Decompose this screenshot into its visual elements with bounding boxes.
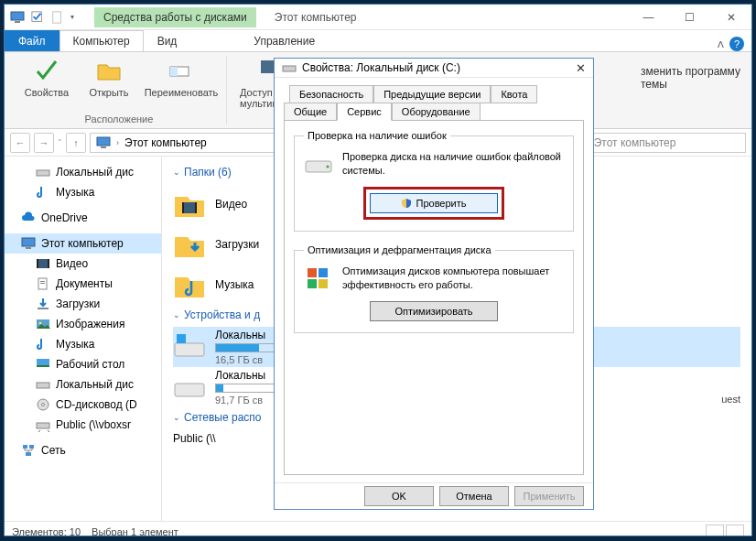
- tree-cd-drive[interactable]: CD-дисковод (D: [5, 395, 161, 415]
- svg-rect-29: [29, 445, 34, 449]
- right-panel-text: uest: [721, 394, 740, 405]
- tree-onedrive[interactable]: OneDrive: [5, 208, 161, 228]
- tree-local-disk2[interactable]: Локальный дис: [5, 374, 161, 395]
- svg-rect-3: [53, 11, 61, 22]
- explorer-window: ▾ Средства работы с дисками Этот компьют…: [4, 4, 752, 536]
- maximize-button[interactable]: ☐: [669, 5, 710, 30]
- svg-point-39: [327, 166, 329, 168]
- view-icons-button[interactable]: [726, 525, 744, 537]
- legend-error-check: Проверка на наличие ошибок: [304, 130, 450, 141]
- dialog-footer: OK Отмена Применить: [275, 482, 593, 509]
- nav-recent-dropdown[interactable]: ˅: [58, 138, 62, 147]
- qat-dropdown-icon[interactable]: ▾: [70, 13, 74, 21]
- close-button[interactable]: ✕: [710, 5, 751, 30]
- ribbon-collapse-icon[interactable]: ᐱ: [718, 39, 724, 49]
- ribbon-group-location: Свойства Открыть Переименовать Расположе…: [12, 56, 227, 124]
- tree-network[interactable]: Сеть: [5, 440, 161, 460]
- svg-rect-41: [319, 268, 328, 277]
- address-path[interactable]: Этот компьютер: [124, 136, 207, 149]
- title-bar: ▾ Средства работы с дисками Этот компьют…: [5, 5, 751, 30]
- ribbon-open[interactable]: Открыть: [81, 56, 136, 114]
- minimize-button[interactable]: —: [628, 5, 669, 30]
- tab-previous-versions[interactable]: Предыдущие версии: [373, 85, 491, 103]
- checkbox-icon[interactable]: [30, 10, 45, 25]
- svg-rect-27: [37, 423, 49, 428]
- optimize-button[interactable]: Оптимизировать: [370, 301, 498, 321]
- nav-forward-button[interactable]: →: [34, 133, 54, 153]
- apply-button[interactable]: Применить: [514, 486, 584, 506]
- ribbon-properties[interactable]: Свойства: [19, 56, 74, 114]
- view-details-button[interactable]: [706, 525, 724, 537]
- svg-rect-14: [37, 259, 38, 268]
- svg-rect-23: [37, 365, 49, 367]
- window-controls: — ☐ ✕: [628, 5, 751, 30]
- tree-images[interactable]: Изображения: [5, 314, 161, 334]
- tab-security[interactable]: Безопасность: [289, 85, 373, 103]
- tree-documents[interactable]: Документы: [5, 274, 161, 294]
- properties-dialog: Свойства: Локальный диск (C:) ✕ Безопасн…: [274, 58, 594, 510]
- svg-rect-40: [308, 268, 317, 277]
- svg-rect-12: [26, 247, 31, 249]
- nav-back-button[interactable]: ←: [10, 133, 30, 153]
- search-input[interactable]: : Этот компьютер: [581, 133, 746, 153]
- tree-music[interactable]: Музыка: [5, 182, 161, 202]
- download-arrow-icon: [36, 297, 50, 311]
- svg-rect-9: [101, 146, 106, 148]
- dialog-title-bar: Свойства: Локальный диск (C:) ✕: [275, 59, 593, 78]
- quick-access-toolbar: ▾: [5, 10, 80, 25]
- folder-music-icon: [173, 268, 206, 301]
- network-drive-icon: [36, 417, 50, 432]
- tab-view[interactable]: Вид: [144, 30, 191, 51]
- ribbon-right-partial: зменить программу темы: [641, 65, 740, 91]
- tab-service[interactable]: Сервис: [337, 103, 392, 121]
- monitor-icon: [96, 135, 111, 150]
- tree-public-share[interactable]: Public (\\vboxsr: [5, 415, 161, 435]
- drive-icon: [36, 165, 50, 179]
- tree-video[interactable]: Видео: [5, 254, 161, 274]
- drive-icon: [36, 377, 50, 392]
- desktop-icon: [36, 357, 50, 372]
- status-item-count: Элементов: 10: [12, 526, 81, 537]
- svg-rect-1: [15, 21, 20, 23]
- help-icon[interactable]: ?: [729, 37, 744, 51]
- disc-icon: [36, 397, 50, 412]
- tree-music2[interactable]: Музыка: [5, 334, 161, 354]
- tab-hardware[interactable]: Оборудование: [392, 103, 481, 121]
- breadcrumb-separator[interactable]: ›: [116, 138, 119, 147]
- tab-manage[interactable]: Управление: [240, 30, 329, 51]
- svg-rect-32: [182, 202, 184, 213]
- navigation-tree: Локальный дис Музыка OneDrive Этот компь…: [5, 157, 162, 521]
- tree-desktop[interactable]: Рабочий стол: [5, 354, 161, 374]
- folder-open-icon: [94, 56, 124, 85]
- svg-rect-10: [37, 170, 49, 176]
- ribbon-rename[interactable]: Переименовать: [144, 56, 219, 114]
- svg-rect-42: [308, 279, 317, 288]
- tree-local-disk[interactable]: Локальный дис: [5, 162, 161, 182]
- dialog-close-button[interactable]: ✕: [576, 61, 586, 75]
- drive-icon: [282, 60, 297, 75]
- nav-up-button[interactable]: ↑: [66, 133, 86, 153]
- tree-this-pc[interactable]: Этот компьютер: [5, 233, 161, 254]
- svg-rect-36: [175, 384, 204, 396]
- tab-quota[interactable]: Квота: [491, 85, 537, 103]
- cancel-button[interactable]: Отмена: [439, 486, 509, 506]
- svg-rect-33: [195, 202, 197, 213]
- ok-button[interactable]: OK: [364, 486, 434, 506]
- svg-rect-37: [283, 66, 296, 71]
- fieldset-defrag: Оптимизация и дефрагментация диска Оптим…: [294, 244, 574, 333]
- tab-computer[interactable]: Компьютер: [59, 30, 144, 51]
- tab-file[interactable]: Файл: [5, 30, 59, 51]
- video-icon: [36, 256, 50, 271]
- music-note-icon: [36, 185, 50, 200]
- blank-doc-icon[interactable]: [50, 10, 65, 25]
- cloud-icon: [21, 211, 36, 225]
- highlight-annotation: Проверить: [363, 187, 504, 220]
- tree-downloads[interactable]: Загрузки: [5, 294, 161, 314]
- dialog-title: Свойства: Локальный диск (C:): [302, 61, 460, 74]
- svg-rect-30: [26, 452, 31, 456]
- check-button[interactable]: Проверить: [370, 193, 498, 213]
- tab-general[interactable]: Общие: [284, 103, 337, 121]
- fieldset-error-check: Проверка на наличие ошибок Проверка диск…: [294, 130, 574, 232]
- picture-icon: [36, 317, 50, 331]
- drive-windows-icon: [173, 330, 206, 363]
